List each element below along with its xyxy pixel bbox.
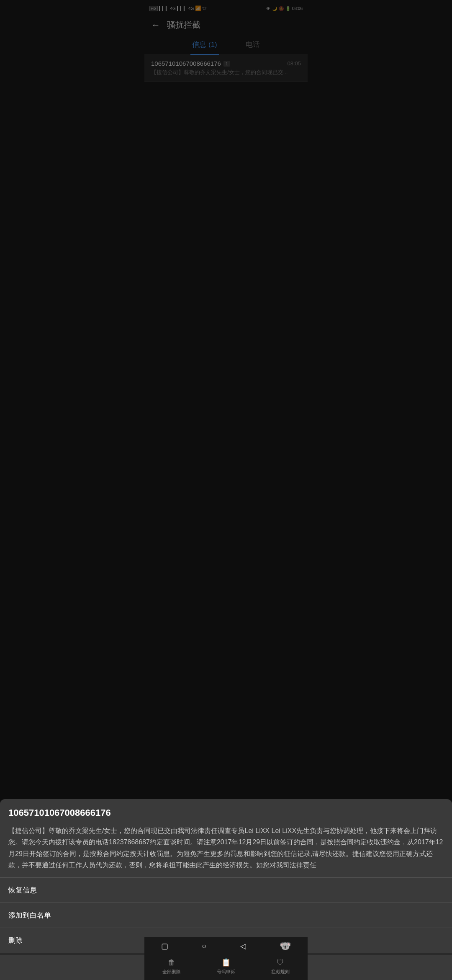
modal-overlay[interactable]: 10657101067008666176 【捷信公司】尊敬的乔文梁先生/女士，您… [144, 0, 308, 353]
